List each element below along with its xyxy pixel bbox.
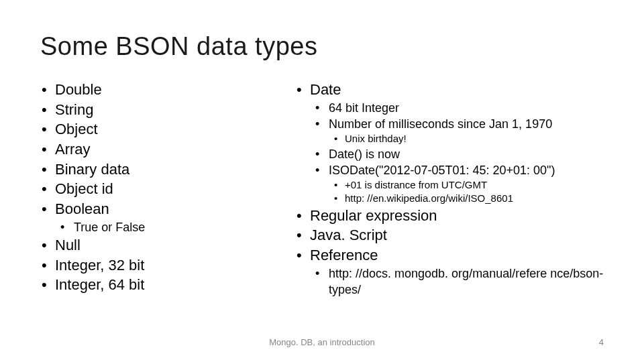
list-subsubitem: +01 is distrance from UTC/GMT	[331, 178, 604, 192]
left-list: Double String Object Array Binary data O…	[40, 80, 282, 295]
list-item: Integer, 32 bit	[40, 255, 282, 276]
list-item: Null	[40, 235, 282, 255]
list-subsubitem: http: //en.wikipedia.org/wiki/ISO_8601	[331, 192, 604, 205]
list-item: Integer, 64 bit	[40, 275, 282, 295]
list-subitem: ISODate("2012-07-05T01: 45: 20+01: 00")	[314, 162, 604, 178]
list-item: Array	[40, 139, 282, 160]
list-item: String	[40, 100, 282, 120]
list-subitem: Date() is now	[314, 146, 604, 162]
list-item: Double	[40, 80, 282, 100]
list-item: Java. Script	[295, 225, 604, 245]
list-item: Reference	[295, 245, 604, 265]
list-item: Object	[40, 119, 282, 139]
slide-footer: Mongo. DB, an introduction 4	[0, 337, 644, 347]
list-item: Binary data	[40, 160, 282, 180]
list-item: Regular expression	[295, 206, 604, 226]
page-number: 4	[599, 337, 604, 347]
list-subitem: http: //docs. mongodb. org/manual/refere…	[314, 265, 604, 298]
list-subitem: True or False	[59, 219, 282, 235]
slide-title: Some BSON data types	[40, 32, 604, 61]
list-subitem: Number of milliseconds since Jan 1, 1970	[314, 116, 604, 132]
list-item: Boolean	[40, 199, 282, 219]
list-item-date: Date	[295, 80, 604, 100]
content-columns: Double String Object Array Binary data O…	[40, 80, 604, 298]
slide: Some BSON data types Double String Objec…	[0, 0, 644, 362]
left-column: Double String Object Array Binary data O…	[40, 80, 282, 298]
list-subitem: 64 bit Integer	[314, 100, 604, 116]
right-list: Date 64 bit Integer Number of millisecon…	[295, 80, 604, 298]
right-column: Date 64 bit Integer Number of millisecon…	[295, 80, 604, 298]
list-item: Object id	[40, 179, 282, 199]
list-subsubitem: Unix birthday!	[331, 132, 604, 145]
footer-center: Mongo. DB, an introduction	[269, 337, 375, 347]
